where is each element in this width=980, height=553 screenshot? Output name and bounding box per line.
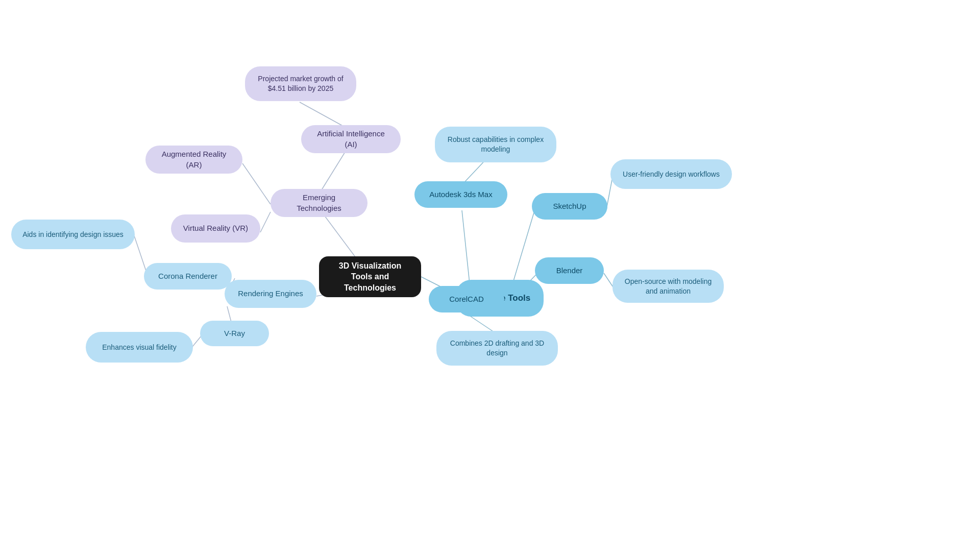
emerging-technologies-node: Emerging Technologies <box>271 189 368 217</box>
robust-node: Robust capabilities in complex modeling <box>435 127 556 162</box>
corelcad-node: CorelCAD <box>429 286 504 312</box>
center-label: 3D Visualization Tools and Technologies <box>329 260 411 294</box>
autodesk-label: Autodesk 3ds Max <box>429 189 492 200</box>
rendering-engines-node: Rendering Engines <box>225 280 316 308</box>
opensource-node: Open-source with modeling and animation <box>612 270 724 303</box>
vray-node: V-Ray <box>200 321 269 346</box>
vr-node: Virtual Reality (VR) <box>171 214 260 243</box>
market-label: Projected market growth of $4.51 billion… <box>255 74 346 93</box>
enhances-node: Enhances visual fidelity <box>86 332 193 363</box>
opensource-label: Open-source with modeling and animation <box>623 277 714 296</box>
center-node: 3D Visualization Tools and Technologies <box>319 256 421 297</box>
robust-label: Robust capabilities in complex modeling <box>445 135 546 154</box>
vr-label: Virtual Reality (VR) <box>183 223 248 233</box>
corelcad-label: CorelCAD <box>449 294 484 304</box>
svg-line-2 <box>242 163 271 204</box>
ar-label: Augmented Reality (AR) <box>156 149 232 170</box>
rendering-label: Rendering Engines <box>238 288 303 299</box>
corona-renderer-node: Corona Renderer <box>144 263 232 290</box>
svg-line-11 <box>462 210 470 283</box>
sketchup-label: SketchUp <box>553 201 586 211</box>
enhances-label: Enhances visual fidelity <box>102 343 177 352</box>
combines-node: Combines 2D drafting and 3D design <box>436 331 558 366</box>
aids-node: Aids in identifying design issues <box>11 220 135 249</box>
aids-label: Aids in identifying design issues <box>22 230 124 239</box>
emerging-label: Emerging Technologies <box>281 193 357 213</box>
corona-label: Corona Renderer <box>158 271 217 281</box>
autodesk-node: Autodesk 3ds Max <box>414 181 507 208</box>
blender-label: Blender <box>556 266 583 276</box>
userfriendly-label: User-friendly design workflows <box>623 170 720 179</box>
svg-line-3 <box>260 212 271 232</box>
sketchup-node: SketchUp <box>532 193 607 220</box>
ar-node: Augmented Reality (AR) <box>145 146 242 174</box>
ai-node: Artificial Intelligence (AI) <box>301 125 401 153</box>
vray-label: V-Ray <box>224 328 245 339</box>
svg-line-13 <box>510 209 535 291</box>
userfriendly-node: User-friendly design workflows <box>610 159 732 189</box>
combines-label: Combines 2D drafting and 3D design <box>447 339 548 358</box>
market-node: Projected market growth of $4.51 billion… <box>245 66 356 101</box>
ai-label: Artificial Intelligence (AI) <box>311 129 390 150</box>
blender-node: Blender <box>535 257 604 284</box>
